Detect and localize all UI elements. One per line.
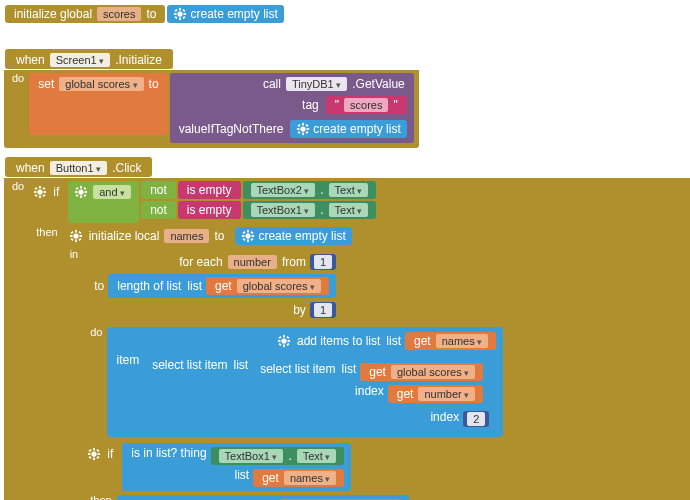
empty-list-3[interactable]: create empty list bbox=[235, 227, 351, 245]
set-label: set bbox=[35, 77, 57, 91]
not-block-2[interactable]: not bbox=[141, 201, 176, 219]
screen-dropdown[interactable]: Screen1 bbox=[50, 53, 111, 67]
tb1-dd[interactable]: TextBox1 bbox=[251, 203, 316, 217]
global-var-name[interactable]: scores bbox=[97, 7, 141, 21]
gear-icon[interactable] bbox=[296, 122, 310, 136]
get-number[interactable]: get number bbox=[388, 385, 484, 403]
click-event: .Click bbox=[109, 161, 144, 175]
call-tinydb-getvalue[interactable]: call TinyDB1 .GetValue tag "scores" bbox=[170, 73, 414, 143]
set-var-dropdown[interactable]: global scores bbox=[59, 77, 143, 91]
and-dropdown[interactable]: and bbox=[93, 185, 131, 199]
gear-icon[interactable] bbox=[173, 7, 187, 21]
init-global-block[interactable]: initialize global scores to bbox=[5, 5, 165, 23]
add-items-block[interactable]: add items to list list get names bbox=[107, 327, 503, 437]
in-label: in bbox=[66, 248, 83, 260]
loop-var[interactable]: number bbox=[228, 255, 277, 269]
tag-key: tag bbox=[299, 98, 322, 112]
gear-icon[interactable] bbox=[74, 185, 88, 199]
not-block-1[interactable]: not bbox=[141, 181, 176, 199]
local-var-names[interactable]: names bbox=[164, 229, 209, 243]
do-label: do bbox=[8, 72, 28, 84]
when-label: when bbox=[13, 53, 48, 67]
if-label: if bbox=[50, 185, 62, 199]
is-in-list[interactable]: is in list? thing TextBox1 . Text bbox=[122, 443, 351, 491]
vnt-key: valueIfTagNotThere bbox=[176, 122, 287, 136]
textbox1-text[interactable]: TextBox1 . Text bbox=[243, 201, 377, 219]
gear-icon[interactable] bbox=[69, 229, 83, 243]
gear-icon[interactable] bbox=[33, 185, 47, 199]
get-gs-1[interactable]: get global scores bbox=[206, 277, 329, 295]
button-dropdown[interactable]: Button1 bbox=[50, 161, 107, 175]
and-block[interactable]: and bbox=[68, 181, 139, 223]
gear-icon[interactable] bbox=[87, 447, 101, 461]
init-global-label: initialize global bbox=[11, 7, 95, 21]
do-label3: do bbox=[86, 326, 106, 338]
textbox2-text[interactable]: TextBox2 . Text bbox=[243, 181, 377, 199]
do-label2: do bbox=[8, 180, 28, 192]
tb2-dd[interactable]: TextBox2 bbox=[251, 183, 316, 197]
when-screen-init-header[interactable]: when Screen1 .Initialize bbox=[5, 49, 173, 69]
vnt-empty-list[interactable]: create empty list bbox=[290, 120, 406, 138]
isempty-1[interactable]: is empty bbox=[178, 181, 241, 199]
tb1-text-2[interactable]: TextBox1 . Text bbox=[211, 447, 345, 465]
index-2[interactable]: 2 bbox=[467, 412, 485, 426]
when-label2: when bbox=[13, 161, 48, 175]
if-block[interactable]: if bbox=[29, 181, 66, 203]
text-dd[interactable]: Text bbox=[329, 183, 369, 197]
tag-string[interactable]: "scores" bbox=[326, 96, 407, 114]
init-local-block[interactable]: initialize local names to bbox=[63, 227, 234, 245]
then-label: then bbox=[32, 226, 61, 238]
tag-value[interactable]: scores bbox=[344, 98, 388, 112]
to-label: to bbox=[143, 7, 159, 21]
tinydb-dropdown[interactable]: TinyDB1 bbox=[286, 77, 347, 91]
empty-list-label2: create empty list bbox=[313, 122, 400, 136]
length-of-list[interactable]: length of list list get global scores bbox=[108, 274, 336, 298]
then-label-2: then bbox=[86, 494, 115, 500]
get-gs-2[interactable]: get global scores bbox=[360, 363, 483, 381]
set-global-scores[interactable]: set global scores to bbox=[29, 73, 167, 135]
foreach-block[interactable]: for each number from 1 to length of lis bbox=[83, 249, 343, 323]
call-label: call bbox=[260, 77, 284, 91]
set-to-label: to bbox=[146, 77, 162, 91]
if-block-2[interactable]: if bbox=[83, 443, 120, 465]
gear-icon[interactable] bbox=[277, 334, 291, 348]
select-list-inner[interactable]: select list item list get global scores bbox=[252, 359, 489, 407]
get-names-1[interactable]: get names bbox=[405, 332, 496, 350]
when-button-click-header[interactable]: when Button1 .Click bbox=[5, 157, 152, 177]
isempty-2[interactable]: is empty bbox=[178, 201, 241, 219]
replace-list-item[interactable]: replace list item list get global scores bbox=[117, 495, 409, 500]
init-event: .Initialize bbox=[112, 53, 165, 67]
by-val[interactable]: 1 bbox=[314, 303, 332, 317]
select-list-outer[interactable]: select list item list select list item l… bbox=[143, 354, 496, 432]
from-val[interactable]: 1 bbox=[314, 255, 332, 269]
gear-icon[interactable] bbox=[241, 229, 255, 243]
getvalue-label: .GetValue bbox=[349, 77, 407, 91]
text-dd2[interactable]: Text bbox=[329, 203, 369, 217]
create-empty-list-block[interactable]: create empty list bbox=[167, 5, 283, 23]
empty-list-label: create empty list bbox=[190, 7, 277, 21]
get-names-2[interactable]: get names bbox=[253, 469, 344, 487]
